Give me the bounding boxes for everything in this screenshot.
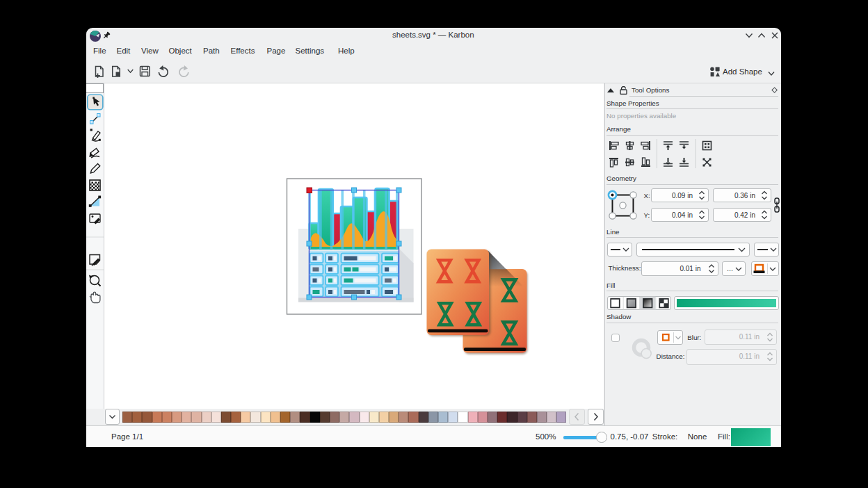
svg-text:...: ... <box>727 264 733 273</box>
